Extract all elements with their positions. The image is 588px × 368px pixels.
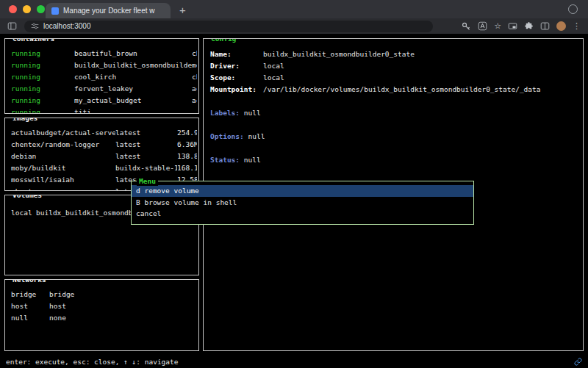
new-tab-button[interactable]: + [179, 5, 186, 15]
image-row[interactable]: debianlatest138.84 [5, 151, 198, 162]
config-field: Labels: null [204, 107, 583, 119]
config-field: Name:buildx_buildkit_osmondbuilder0_stat… [204, 48, 583, 60]
menu-popup-title: Menu [137, 177, 158, 186]
volume-driver: local [11, 207, 36, 219]
container-row[interactable]: runningbuildx_buildkit_osmondbuilder0mo [5, 59, 198, 71]
config-field: Driver:local [204, 60, 583, 72]
container-row[interactable]: runningtiti [5, 107, 198, 114]
container-row[interactable]: runningcool_kirchch [5, 71, 198, 83]
image-name: mosswill/isaiah [11, 174, 115, 186]
browser-chrome: Manage your Docker fleet w + localhost:3… [0, 0, 588, 34]
split-view-icon[interactable] [540, 21, 550, 31]
close-window-button[interactable] [9, 5, 17, 13]
menu-item[interactable]: cancel [132, 208, 473, 220]
config-value: null [244, 109, 261, 117]
translate-icon[interactable] [478, 21, 487, 31]
websocket-link-icon[interactable] [574, 358, 582, 366]
tab-bar: Manage your Docker fleet w + [0, 0, 588, 18]
image-tag: latest [115, 139, 177, 151]
images-panel: Images actualbudget/actual-serverlatest2… [4, 118, 199, 191]
menu-popup: Menu d remove volumeB browse volume in s… [131, 181, 474, 225]
config-value: local [263, 72, 576, 84]
image-row[interactable]: chentex/random-loggerlatest6.36MB [5, 139, 198, 151]
container-name: cool_kirch [74, 71, 192, 83]
config-value: null [244, 156, 261, 164]
image-size: 6.36MB [177, 139, 197, 151]
minimize-window-button[interactable] [23, 5, 31, 13]
url-field[interactable]: localhost:3000 [24, 21, 433, 32]
images-panel-title: Images [10, 118, 40, 123]
network-row[interactable]: bridgebridge [5, 289, 198, 300]
config-key: Mountpoint: [210, 84, 263, 95]
config-value: buildx_buildkit_osmondbuilder0_state [263, 48, 576, 60]
containers-panel-title: Containers [10, 38, 57, 43]
menu-list: d remove volumeB browse volume in shellc… [132, 185, 473, 220]
network-row[interactable]: nullnone [5, 312, 198, 324]
image-name: moby/buildkit [11, 162, 115, 174]
container-image: mo [192, 59, 197, 71]
profile-ring-icon[interactable] [568, 4, 578, 14]
config-key: Labels: [210, 109, 240, 117]
image-row[interactable]: actualbudget/actual-serverlatest254.98 [5, 127, 198, 139]
config-key: Driver: [210, 60, 263, 72]
config-field: Options: null [204, 131, 583, 142]
config-key: Status: [210, 156, 240, 164]
browser-menu-icon[interactable]: ⋮ [573, 21, 581, 31]
bookmark-star-icon[interactable]: ☆ [494, 21, 501, 31]
container-row[interactable]: runningbeautiful_brownch [5, 48, 198, 59]
container-name: buildx_buildkit_osmondbuilder0 [74, 59, 192, 71]
network-row[interactable]: hosthost [5, 300, 198, 312]
menu-item[interactable]: B browse volume in shell [132, 197, 473, 209]
config-value: /var/lib/docker/volumes/buildx_buildkit_… [263, 84, 576, 95]
extensions-puzzle-icon[interactable] [524, 21, 534, 31]
container-state: running [11, 83, 74, 95]
container-state: running [11, 59, 74, 71]
password-manager-icon[interactable] [462, 21, 471, 31]
config-value: null [248, 132, 265, 140]
docker-tui: Containers runningbeautiful_brownchrunni… [0, 34, 588, 355]
container-name: beautiful_brown [74, 48, 192, 59]
image-tag: latest [115, 151, 177, 162]
network-name: host [11, 300, 49, 312]
image-row[interactable]: moby/buildkitbuildx-stable-1168.13 [5, 162, 198, 174]
container-row[interactable]: runningmy_actual_budgetac [5, 95, 198, 107]
container-image: ch [192, 71, 197, 83]
config-fields: Name:buildx_buildkit_osmondbuilder0_stat… [204, 48, 583, 95]
site-settings-icon[interactable] [31, 22, 39, 30]
container-name: titi [74, 107, 192, 114]
container-state: running [11, 107, 74, 114]
menu-item[interactable]: d remove volume [132, 185, 473, 197]
volumes-panel-title: Volumes [10, 195, 44, 200]
status-bar: enter: execute, esc: close, ↑ ↓: navigat… [0, 355, 588, 368]
picture-in-picture-icon[interactable] [508, 21, 517, 31]
image-name: ubuntu [11, 186, 115, 191]
network-name: null [11, 312, 49, 324]
browser-tab[interactable]: Manage your Docker fleet w [46, 3, 171, 18]
sidebar-toggle-icon[interactable] [7, 21, 17, 31]
profile-avatar[interactable] [556, 21, 566, 31]
container-state: running [11, 95, 74, 107]
image-name: actualbudget/actual-server [11, 127, 115, 139]
address-bar: localhost:3000 ☆ ⋮ [0, 18, 588, 34]
network-driver: host [49, 300, 197, 312]
networks-panel: Networks bridgebridgehosthostnullnone [4, 279, 199, 351]
tab-favicon-icon [51, 7, 59, 15]
container-image: ch [192, 48, 197, 59]
network-driver: none [49, 312, 197, 324]
container-state: running [11, 48, 74, 59]
container-name: my_actual_budget [74, 95, 192, 107]
networks-list: bridgebridgehosthostnullnone [5, 289, 198, 324]
network-driver: bridge [49, 289, 197, 300]
image-size: 138.84 [177, 151, 197, 162]
image-size: 168.13 [177, 162, 197, 174]
container-state: running [11, 71, 74, 83]
image-tag: buildx-stable-1 [115, 162, 177, 174]
image-name: debian [11, 151, 115, 162]
container-row[interactable]: runningfervent_leakeyac [5, 83, 198, 95]
container-name: fervent_leakey [74, 83, 192, 95]
container-image: ac [192, 95, 197, 107]
zoom-window-button[interactable] [37, 5, 45, 13]
config-field: Mountpoint:/var/lib/docker/volumes/build… [204, 84, 583, 95]
image-size: 254.98 [177, 127, 197, 139]
image-name: chentex/random-logger [11, 139, 115, 151]
